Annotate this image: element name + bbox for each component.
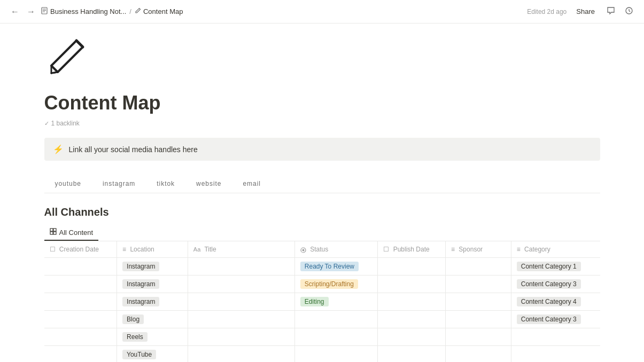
channel-tab-tiktok[interactable]: tiktok bbox=[146, 176, 185, 193]
category-badge: Content Category 3 bbox=[517, 279, 581, 289]
th-creation-date[interactable]: ☐ Creation Date bbox=[44, 241, 117, 258]
forward-button[interactable]: → bbox=[25, 6, 37, 18]
table-cell[interactable] bbox=[44, 276, 117, 293]
table-cell[interactable] bbox=[44, 346, 117, 362]
table-cell[interactable] bbox=[188, 346, 294, 362]
category-list-icon: ≡ bbox=[517, 246, 521, 253]
th-sponsor[interactable]: ≡ Sponsor bbox=[446, 241, 511, 258]
table-cell[interactable] bbox=[188, 328, 294, 346]
th-category[interactable]: ≡ Category bbox=[511, 241, 600, 258]
table-cell[interactable]: Scripting/Drafting bbox=[294, 276, 377, 293]
table-cell[interactable] bbox=[446, 346, 511, 362]
location-badge: Instagram bbox=[122, 279, 159, 289]
category-badge: Content Category 4 bbox=[517, 297, 581, 306]
table-cell[interactable] bbox=[44, 328, 117, 346]
status-badge: Ready To Review bbox=[300, 262, 359, 271]
breadcrumb-separator: / bbox=[129, 7, 131, 15]
status-badge: Editing bbox=[300, 297, 329, 306]
table-cell[interactable] bbox=[378, 293, 446, 311]
table-cell[interactable] bbox=[511, 328, 600, 346]
breadcrumb-parent-item[interactable]: Business Handling Not... bbox=[41, 7, 126, 16]
table-cell[interactable]: Content Category 3 bbox=[511, 276, 600, 293]
table-cell[interactable] bbox=[378, 258, 446, 276]
table-cell[interactable] bbox=[294, 311, 377, 328]
share-button[interactable]: Share bbox=[572, 5, 599, 18]
table-cell[interactable] bbox=[446, 258, 511, 276]
table-row[interactable]: Reels bbox=[44, 328, 600, 346]
comment-button[interactable] bbox=[604, 4, 617, 19]
tab-all-content-label: All Content bbox=[59, 229, 94, 237]
callout-icon: ⚡ bbox=[53, 144, 64, 154]
table-row[interactable]: YouTube bbox=[44, 346, 600, 362]
table-cell[interactable] bbox=[446, 293, 511, 311]
channel-tabs: youtube instagram tiktok website email bbox=[44, 176, 600, 193]
table-cell[interactable] bbox=[294, 346, 377, 362]
table-cell[interactable]: Content Category 3 bbox=[511, 311, 600, 328]
th-location[interactable]: ≡ Location bbox=[117, 241, 188, 258]
status-circle-icon bbox=[300, 246, 308, 253]
table-cell[interactable] bbox=[188, 293, 294, 311]
table-cell[interactable] bbox=[294, 328, 377, 346]
table-cell[interactable]: Instagram bbox=[117, 293, 188, 311]
edited-text: Edited 2d ago bbox=[527, 8, 567, 15]
back-button[interactable]: ← bbox=[9, 6, 21, 18]
table-icon bbox=[50, 228, 57, 237]
svg-rect-12 bbox=[53, 232, 56, 234]
svg-rect-9 bbox=[50, 229, 53, 231]
calendar-icon: ☐ bbox=[50, 246, 56, 253]
th-status[interactable]: Status bbox=[294, 241, 377, 258]
th-title[interactable]: Aa Title bbox=[188, 241, 294, 258]
table-cell[interactable] bbox=[378, 311, 446, 328]
table-cell[interactable] bbox=[378, 346, 446, 362]
category-badge: Content Category 1 bbox=[517, 262, 581, 271]
breadcrumb-current-text: Content Map bbox=[143, 7, 183, 15]
pencil-icon bbox=[44, 36, 87, 79]
table-cell[interactable] bbox=[446, 328, 511, 346]
section-title: All Channels bbox=[44, 206, 600, 218]
backlink-text: 1 backlink bbox=[51, 120, 80, 127]
table-row[interactable]: BlogContent Category 3 bbox=[44, 311, 600, 328]
channel-tab-instagram[interactable]: instagram bbox=[92, 176, 146, 193]
breadcrumb-current-item[interactable]: Content Map bbox=[135, 7, 183, 15]
table-row[interactable]: InstagramScripting/DraftingContent Categ… bbox=[44, 276, 600, 293]
channel-tab-website[interactable]: website bbox=[185, 176, 232, 193]
table-cell[interactable]: Content Category 4 bbox=[511, 293, 600, 311]
table-cell[interactable] bbox=[188, 276, 294, 293]
table-cell[interactable] bbox=[378, 276, 446, 293]
table-cell[interactable]: Content Category 1 bbox=[511, 258, 600, 276]
location-badge: Instagram bbox=[122, 297, 159, 306]
table-cell[interactable] bbox=[511, 346, 600, 362]
view-tabs: All Content bbox=[44, 225, 600, 241]
channel-tab-youtube[interactable]: youtube bbox=[44, 176, 92, 193]
tab-all-content[interactable]: All Content bbox=[44, 225, 99, 241]
backlink[interactable]: ✓ 1 backlink bbox=[44, 120, 600, 127]
page-title: Content Map bbox=[44, 91, 600, 114]
table-cell[interactable] bbox=[44, 293, 117, 311]
table-cell[interactable]: Ready To Review bbox=[294, 258, 377, 276]
table-cell[interactable] bbox=[446, 311, 511, 328]
table-cell[interactable]: Reels bbox=[117, 328, 188, 346]
table-row[interactable]: InstagramEditingContent Category 4 bbox=[44, 293, 600, 311]
table-cell[interactable]: YouTube bbox=[117, 346, 188, 362]
table-header-row: ☐ Creation Date ≡ Location Aa Title bbox=[44, 241, 600, 258]
breadcrumb-parent-text: Business Handling Not... bbox=[50, 7, 126, 15]
th-publish-date[interactable]: ☐ Publish Date bbox=[378, 241, 446, 258]
svg-point-14 bbox=[302, 249, 304, 251]
history-button[interactable] bbox=[623, 4, 635, 19]
table-cell[interactable] bbox=[446, 276, 511, 293]
channel-tab-email[interactable]: email bbox=[232, 176, 271, 193]
table-cell[interactable]: Blog bbox=[117, 311, 188, 328]
table-cell[interactable] bbox=[188, 311, 294, 328]
table-cell[interactable] bbox=[378, 328, 446, 346]
table-cell[interactable]: Editing bbox=[294, 293, 377, 311]
table-cell[interactable] bbox=[44, 258, 117, 276]
table-cell[interactable]: Instagram bbox=[117, 258, 188, 276]
table-cell[interactable] bbox=[188, 258, 294, 276]
location-badge: Reels bbox=[122, 332, 148, 342]
table-cell[interactable]: Instagram bbox=[117, 276, 188, 293]
table-body: InstagramReady To ReviewContent Category… bbox=[44, 258, 600, 362]
table-cell[interactable] bbox=[44, 311, 117, 328]
table-row[interactable]: InstagramReady To ReviewContent Category… bbox=[44, 258, 600, 276]
svg-rect-10 bbox=[53, 229, 56, 231]
svg-line-8 bbox=[51, 72, 58, 73]
